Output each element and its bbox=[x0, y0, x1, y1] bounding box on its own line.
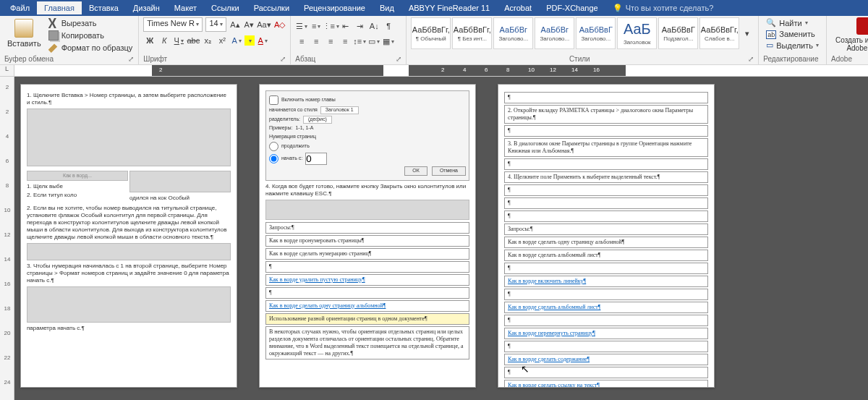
dlg-ok-button[interactable]: ОК bbox=[404, 166, 427, 176]
tab-pdfxchange[interactable]: PDF-XChange bbox=[539, 1, 605, 14]
text-effects-button[interactable]: A bbox=[230, 34, 243, 47]
select-icon bbox=[766, 41, 773, 50]
style-item-3[interactable]: АаБбВгЗаголово... bbox=[535, 17, 574, 49]
adobe-create-label: Создать и подели bbox=[835, 36, 868, 44]
vruler-mark: 6 bbox=[1, 158, 13, 164]
style-item-2[interactable]: АаБбВгЗаголово... bbox=[493, 17, 533, 49]
style-item-4[interactable]: АаБбВвГЗаголово... bbox=[576, 17, 616, 49]
dlg-v1[interactable]: Заголовок 1 bbox=[320, 106, 359, 114]
page-2[interactable]: Включить номер главы начинается со стиля… bbox=[259, 84, 476, 388]
p3-link2[interactable]: Как в ворде сделать альбомный лист¶ bbox=[504, 302, 708, 313]
align-center-button[interactable]: ≡ bbox=[310, 35, 323, 48]
justify-button[interactable]: ≡ bbox=[339, 35, 352, 48]
tab-design[interactable]: Дизайн bbox=[126, 1, 167, 14]
clipboard-launcher[interactable]: ⤢ bbox=[128, 55, 134, 63]
document-area[interactable]: 224681012141618202224 1. Щелкните Вставк… bbox=[0, 77, 868, 400]
font-name-combo[interactable]: Times New R bbox=[143, 17, 203, 32]
shrink-font-button[interactable]: A▾ bbox=[244, 18, 255, 31]
p3-link5[interactable]: Как в ворде сделать ссылку на текст¶ bbox=[504, 380, 708, 388]
tab-references[interactable]: Ссылки bbox=[204, 1, 247, 14]
line-spacing-button[interactable]: ↕≡ bbox=[353, 35, 366, 48]
grow-font-button[interactable]: A▴ bbox=[229, 18, 240, 31]
format-painter-button[interactable]: Формат по образцу bbox=[47, 42, 135, 54]
find-button[interactable]: Найти▾ bbox=[763, 17, 822, 28]
align-left-button[interactable]: ≡ bbox=[295, 35, 308, 48]
increase-indent-button[interactable]: ⇥ bbox=[353, 20, 366, 33]
replace-button[interactable]: Заменить bbox=[763, 29, 822, 39]
vruler-mark: 22 bbox=[1, 354, 13, 361]
dlg-continue-radio[interactable] bbox=[269, 142, 278, 151]
highlight-button[interactable] bbox=[244, 35, 255, 46]
style-item-5[interactable]: АаБЗаголовок bbox=[617, 17, 657, 49]
align-right-button[interactable]: ≡ bbox=[324, 35, 337, 48]
p1-text2: 2. Если вы не хотите, чтобы номер выводи… bbox=[27, 205, 231, 241]
p2-link2[interactable]: Как в ворде сделать одну страницу альбом… bbox=[265, 300, 469, 312]
page-3[interactable]: ¶ 2. Откройте вкладку РАЗМЕТКА страницы … bbox=[498, 84, 715, 388]
paste-button[interactable]: Вставить bbox=[4, 17, 44, 54]
page-1[interactable]: 1. Щелкните Вставка > Номер страницы, а … bbox=[20, 84, 237, 388]
shading-button[interactable]: ▭ bbox=[367, 35, 380, 48]
tell-me-box[interactable]: 💡 Что вы хотите сделать? bbox=[605, 4, 714, 13]
tab-insert[interactable]: Вставка bbox=[82, 1, 126, 14]
numbering-button[interactable]: ≡ bbox=[310, 20, 323, 33]
sort-button[interactable]: A↓ bbox=[367, 20, 380, 33]
dlg-v2[interactable]: (дефис) bbox=[303, 116, 332, 124]
styles-launcher[interactable]: ⤢ bbox=[748, 55, 754, 63]
copy-button[interactable]: Копировать bbox=[47, 30, 135, 41]
change-case-button[interactable]: Aa▾ bbox=[258, 18, 271, 31]
p2-text2: В некоторых случаях нужно, чтобы ориента… bbox=[265, 326, 469, 359]
ruler-mark: 12 bbox=[550, 67, 556, 73]
show-marks-button[interactable]: ¶ bbox=[382, 20, 395, 33]
superscript-button[interactable]: x² bbox=[216, 34, 229, 47]
tab-view[interactable]: Вид bbox=[373, 1, 401, 14]
font-size-combo[interactable]: 14 bbox=[205, 17, 226, 32]
bullets-button[interactable]: ☰ bbox=[295, 20, 308, 33]
dlg-cancel-button[interactable]: Отмена bbox=[432, 166, 466, 176]
style-item-0[interactable]: АаБбВвГг,¶ Обычный bbox=[411, 17, 451, 49]
font-color-button[interactable]: A bbox=[256, 34, 269, 47]
ruler-mark: 10 bbox=[528, 67, 535, 73]
p3-link4[interactable]: Как в ворде сделать содержание¶ bbox=[504, 354, 708, 365]
font-launcher[interactable]: ⤢ bbox=[280, 55, 286, 63]
dlg-startat-radio[interactable] bbox=[269, 154, 278, 163]
dlg-startat-input[interactable] bbox=[305, 153, 327, 165]
decrease-indent-button[interactable]: ⇤ bbox=[339, 20, 352, 33]
p3-q1: Как в ворде сделать одну страницу альбом… bbox=[504, 237, 708, 248]
clear-formatting-button[interactable]: A◇ bbox=[273, 18, 286, 31]
tab-acrobat[interactable]: Acrobat bbox=[497, 1, 539, 14]
vertical-ruler[interactable]: 224681012141618202224 bbox=[0, 77, 14, 400]
subscript-button[interactable]: x₂ bbox=[201, 34, 214, 47]
group-editing: Найти▾ Заменить Выделить▾ Редактирование bbox=[759, 16, 827, 64]
style-item-7[interactable]: АаБбВвГг,Слабое в... bbox=[699, 17, 739, 49]
tab-home[interactable]: Главная bbox=[37, 1, 82, 14]
style-item-6[interactable]: АаБбВвГПодзагол... bbox=[658, 17, 698, 49]
italic-button[interactable]: К bbox=[158, 34, 171, 47]
p2-link1[interactable]: Как в ворде удалить пустую страницу¶ bbox=[265, 274, 469, 286]
tab-file[interactable]: Файл bbox=[3, 1, 37, 14]
underline-button[interactable]: Ч bbox=[172, 34, 185, 47]
paragraph-launcher[interactable]: ⤢ bbox=[396, 55, 401, 63]
group-styles: АаБбВвГг,¶ ОбычныйАаБбВвГг,¶ Без инт...А… bbox=[407, 16, 759, 64]
cut-button[interactable]: Вырезать bbox=[47, 17, 135, 29]
borders-button[interactable]: ▦ bbox=[382, 35, 395, 48]
dlg-include-chapter-check[interactable] bbox=[269, 95, 278, 105]
tab-abbyy[interactable]: ABBYY FineReader 11 bbox=[401, 1, 497, 14]
tab-review[interactable]: Рецензирование bbox=[297, 1, 373, 14]
ruler-mark: 14 bbox=[571, 67, 578, 73]
style-item-1[interactable]: АаБбВвГг,¶ Без инт... bbox=[452, 17, 492, 49]
p3-link1[interactable]: Как в ворде включить линейку¶ bbox=[504, 276, 708, 287]
p3-link3[interactable]: Как в ворде перевернуть страницу¶ bbox=[504, 328, 708, 339]
select-button[interactable]: Выделить▾ bbox=[763, 40, 822, 51]
cut-icon bbox=[48, 18, 59, 28]
multilevel-button[interactable]: ⋮≡ bbox=[324, 20, 337, 33]
tab-mailings[interactable]: Рассылки bbox=[247, 1, 297, 14]
horizontal-ruler[interactable]: L 2246810121416 bbox=[0, 65, 868, 77]
bold-button[interactable]: Ж bbox=[143, 34, 156, 47]
p1-text4: параметра начать с.¶ bbox=[27, 325, 231, 332]
styles-more-button[interactable]: ▾ bbox=[741, 17, 754, 49]
font-group-caption: Шрифт bbox=[143, 55, 167, 63]
paragraph-group-caption: Абзац bbox=[295, 55, 315, 63]
strike-button[interactable]: abc bbox=[187, 34, 200, 47]
tab-layout[interactable]: Макет bbox=[167, 1, 204, 14]
adobe-create-button[interactable]: Создать и подели Adobe PDF bbox=[831, 17, 868, 52]
